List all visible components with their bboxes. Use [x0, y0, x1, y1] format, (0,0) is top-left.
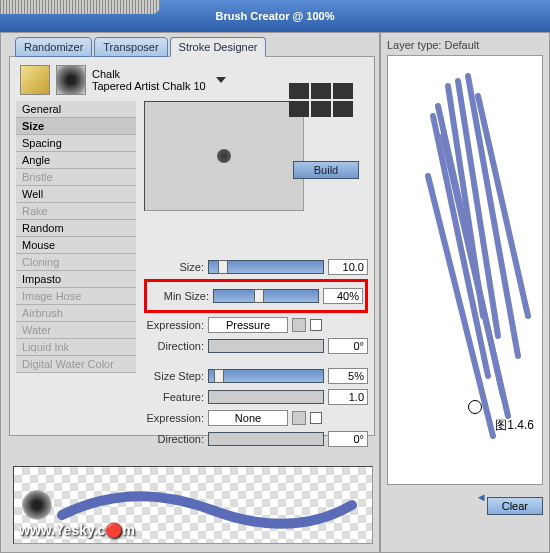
window-title: Brush Creator @ 100% [216, 10, 335, 22]
size-slider[interactable] [208, 260, 324, 274]
preview-canvas[interactable]: 图1.4.6 [387, 55, 543, 485]
figure-label: 图1.4.6 [495, 417, 534, 434]
category-bristle: Bristle [16, 169, 136, 186]
expression2-row: Expression: None [144, 409, 368, 427]
expression2-arrow[interactable] [292, 411, 306, 425]
tip-preview [144, 101, 304, 211]
tab-transposer[interactable]: Transposer [94, 37, 167, 57]
brush-variant-icon[interactable] [56, 65, 86, 95]
category-mouse[interactable]: Mouse [16, 237, 136, 254]
direction2-label: Direction: [144, 433, 204, 445]
settings-column: Build Size: 10.0 Min Size: 40% [144, 101, 368, 451]
layer-type-label: Layer type: Default [387, 39, 543, 51]
direction1-label: Direction: [144, 340, 204, 352]
ruler-decoration [0, 0, 160, 14]
category-cloning: Cloning [16, 254, 136, 271]
expression2-label: Expression: [144, 412, 204, 424]
tab-bar: Randomizer Transposer Stroke Designer [15, 37, 375, 57]
feature-slider [208, 390, 324, 404]
direction2-value[interactable]: 0° [328, 431, 368, 447]
expression1-row: Expression: Pressure [144, 316, 368, 334]
category-airbrush: Airbrush [16, 305, 136, 322]
watermark: www.Yesky.c🔴m [19, 522, 135, 538]
direction1-value[interactable]: 0° [328, 338, 368, 354]
minsize-highlight: Min Size: 40% [144, 279, 368, 313]
expression1-invert[interactable] [310, 319, 322, 331]
feature-row: Feature: 1.0 [144, 388, 368, 406]
category-random[interactable]: Random [16, 220, 136, 237]
size-label: Size: [144, 261, 204, 273]
tip-dot [217, 149, 231, 163]
expression2-invert[interactable] [310, 412, 322, 424]
expression1-arrow[interactable] [292, 318, 306, 332]
category-angle[interactable]: Angle [16, 152, 136, 169]
minsize-label: Min Size: [149, 290, 209, 302]
tab-stroke-designer[interactable]: Stroke Designer [170, 37, 267, 57]
sizestep-row: Size Step: 5% [144, 367, 368, 385]
minsize-slider[interactable] [213, 289, 319, 303]
direction1-slider [208, 339, 324, 353]
category-water: Water [16, 322, 136, 339]
brush-variant: Tapered Artist Chalk 10 [92, 80, 206, 92]
tab-body: Chalk Tapered Artist Chalk 10 GeneralSiz… [9, 56, 375, 436]
expression2-select[interactable]: None [208, 410, 288, 426]
category-list: GeneralSizeSpacingAngleBristleWellRakeRa… [16, 101, 136, 451]
title-bar: Brush Creator @ 100% [0, 0, 550, 32]
direction1-row: Direction: 0° [144, 337, 368, 355]
left-panel: Randomizer Transposer Stroke Designer Ch… [0, 32, 380, 553]
category-rake: Rake [16, 203, 136, 220]
sizestep-value[interactable]: 5% [328, 368, 368, 384]
minsize-value[interactable]: 40% [323, 288, 363, 304]
brush-name: Chalk [92, 68, 206, 80]
stroke-dot [22, 490, 52, 520]
category-image-hose: Image Hose [16, 288, 136, 305]
minsize-row: Min Size: 40% [149, 287, 363, 305]
size-row: Size: 10.0 [144, 258, 368, 276]
sizestep-slider[interactable] [208, 369, 324, 383]
category-general[interactable]: General [16, 101, 136, 118]
feature-value[interactable]: 1.0 [328, 389, 368, 405]
dropdown-icon[interactable] [216, 77, 226, 83]
tab-randomizer[interactable]: Randomizer [15, 37, 92, 57]
category-digital-water-color: Digital Water Color [16, 356, 136, 373]
right-panel: Layer type: Default 图1.4.6 ◄ Clear [380, 32, 550, 553]
category-spacing[interactable]: Spacing [16, 135, 136, 152]
build-button[interactable]: Build [293, 161, 359, 179]
direction2-slider [208, 432, 324, 446]
main-area: Randomizer Transposer Stroke Designer Ch… [0, 32, 550, 553]
cursor-circle [468, 400, 482, 414]
expression1-select[interactable]: Pressure [208, 317, 288, 333]
clear-button[interactable]: Clear [487, 497, 543, 515]
category-size[interactable]: Size [16, 118, 136, 135]
category-liquid-ink: Liquid Ink [16, 339, 136, 356]
direction2-row: Direction: 0° [144, 430, 368, 448]
size-value[interactable]: 10.0 [328, 259, 368, 275]
expression1-label: Expression: [144, 319, 204, 331]
feature-label: Feature: [144, 391, 204, 403]
category-well[interactable]: Well [16, 186, 136, 203]
sizestep-label: Size Step: [144, 370, 204, 382]
tip-shapes[interactable] [289, 83, 359, 117]
brush-category-icon[interactable] [20, 65, 50, 95]
category-impasto[interactable]: Impasto [16, 271, 136, 288]
